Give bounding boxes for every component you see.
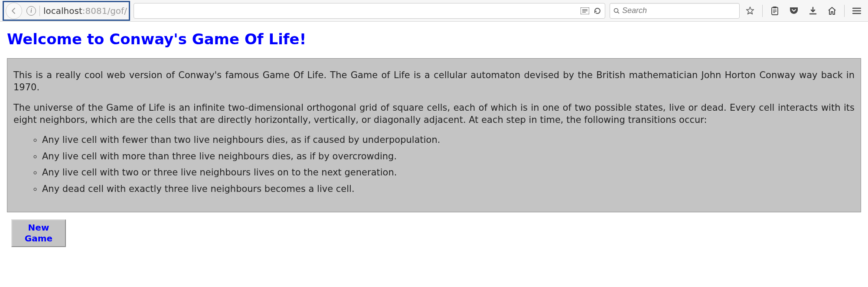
separator (844, 5, 845, 17)
page-title: Welcome to Conway's Game Of Life! (7, 30, 861, 48)
site-info-icon[interactable]: i (26, 6, 36, 16)
separator (762, 5, 763, 17)
pocket-icon[interactable] (786, 3, 802, 19)
intro-paragraph-2: The universe of the Game of Life is an i… (13, 102, 855, 126)
url-host: localhost (43, 6, 82, 16)
svg-line-5 (618, 12, 620, 13)
clipboard-icon[interactable] (767, 3, 783, 19)
downloads-icon[interactable] (805, 3, 821, 19)
bookmark-star-icon[interactable] (742, 3, 758, 19)
intro-box: This is a really cool web version of Con… (7, 58, 861, 212)
reader-mode-icon[interactable] (581, 7, 589, 14)
new-game-button[interactable]: New Game (11, 219, 66, 247)
separator (39, 6, 40, 16)
browser-toolbar: i localhost:8081/gof/ (0, 0, 868, 22)
list-item: Any live cell with two or three live nei… (42, 166, 855, 179)
url-highlight-region: i localhost:8081/gof/ (3, 1, 130, 21)
list-item: Any live cell with more than three live … (42, 150, 855, 163)
home-icon[interactable] (824, 3, 840, 19)
address-bar[interactable] (134, 3, 605, 19)
svg-rect-7 (773, 7, 777, 8)
back-button[interactable] (6, 3, 22, 19)
reload-icon[interactable] (594, 7, 601, 15)
svg-point-4 (614, 8, 618, 12)
search-input[interactable] (622, 6, 736, 15)
search-box[interactable] (610, 3, 740, 19)
search-icon (613, 8, 620, 14)
rules-list: Any live cell with fewer than two live n… (13, 134, 855, 195)
url-display[interactable]: localhost:8081/gof/ (43, 6, 127, 16)
list-item: Any live cell with fewer than two live n… (42, 134, 855, 146)
arrow-left-icon (10, 7, 17, 14)
list-item: Any dead cell with exactly three live ne… (42, 183, 855, 195)
page-content: Welcome to Conway's Game Of Life! This i… (0, 22, 868, 260)
menu-icon[interactable] (849, 3, 865, 19)
url-path: :8081/gof/ (82, 6, 127, 16)
intro-paragraph-1: This is a really cool web version of Con… (13, 69, 855, 94)
